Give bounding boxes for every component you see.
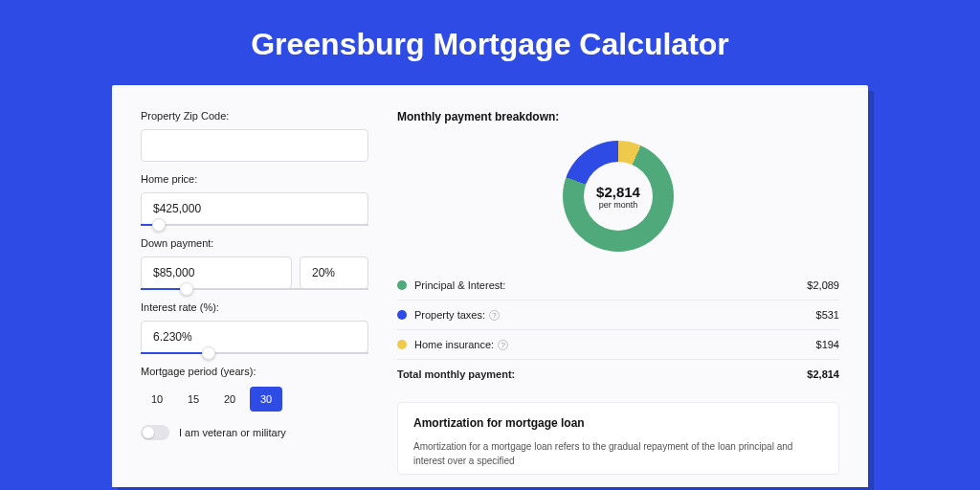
interest-slider-fill xyxy=(141,352,209,354)
interest-label: Interest rate (%): xyxy=(141,301,368,313)
legend-amount: $2,089 xyxy=(807,279,839,291)
veteran-toggle[interactable] xyxy=(141,425,169,440)
legend-amount: $194 xyxy=(816,339,839,350)
legend-total-label: Total monthly payment: xyxy=(397,368,807,380)
down-payment-field: Down payment: xyxy=(141,237,368,290)
inputs-column: Property Zip Code: Home price: Down paym… xyxy=(141,110,368,487)
legend-total-amount: $2,814 xyxy=(807,368,839,380)
zip-label: Property Zip Code: xyxy=(141,110,368,122)
legend-total-row: Total monthly payment:$2,814 xyxy=(397,359,839,389)
legend-row: Principal & Interest:$2,089 xyxy=(397,271,839,300)
amortization-title: Amortization for mortgage loan xyxy=(413,416,823,430)
home-price-field: Home price: xyxy=(141,173,368,226)
legend-label: Property taxes:? xyxy=(414,309,816,321)
period-btn-20[interactable]: 20 xyxy=(213,387,246,412)
period-btn-30[interactable]: 30 xyxy=(250,387,282,412)
help-icon[interactable]: ? xyxy=(498,340,508,350)
donut-chart-wrap: $2,814 per month xyxy=(397,129,839,263)
legend-label: Principal & Interest: xyxy=(414,279,807,291)
legend-label: Home insurance:? xyxy=(414,339,816,350)
amortization-card: Amortization for mortgage loan Amortizat… xyxy=(397,402,839,475)
page-title: Greensburg Mortgage Calculator xyxy=(0,0,980,85)
home-price-input[interactable] xyxy=(141,192,368,225)
home-price-slider-thumb[interactable] xyxy=(152,218,166,232)
home-price-slider[interactable] xyxy=(141,224,368,226)
veteran-label: I am veteran or military xyxy=(179,427,286,438)
legend-dot-icon xyxy=(397,340,407,349)
breakdown-column: Monthly payment breakdown: $2,814 per mo… xyxy=(397,110,839,487)
down-payment-input[interactable] xyxy=(141,256,292,289)
donut-value: $2,814 xyxy=(596,184,640,200)
interest-input[interactable] xyxy=(141,321,368,353)
legend-row: Home insurance:?$194 xyxy=(397,329,839,359)
legend-amount: $531 xyxy=(816,309,839,321)
legend: Principal & Interest:$2,089Property taxe… xyxy=(397,271,839,389)
legend-row: Property taxes:?$531 xyxy=(397,300,839,329)
zip-field: Property Zip Code: xyxy=(141,110,368,162)
period-options: 10152030 xyxy=(141,385,368,412)
down-payment-slider-thumb[interactable] xyxy=(180,282,193,296)
legend-dot-icon xyxy=(397,280,407,290)
interest-slider[interactable] xyxy=(141,352,368,354)
donut-chart: $2,814 per month xyxy=(563,141,674,252)
down-payment-label: Down payment: xyxy=(141,237,368,249)
home-price-label: Home price: xyxy=(141,173,368,185)
calculator-card: Property Zip Code: Home price: Down paym… xyxy=(112,85,868,487)
donut-sub: per month xyxy=(599,200,638,210)
period-field: Mortgage period (years): 10152030 xyxy=(141,366,368,412)
period-btn-15[interactable]: 15 xyxy=(177,387,210,412)
down-payment-slider[interactable] xyxy=(141,288,368,290)
legend-dot-icon xyxy=(397,310,407,320)
interest-field: Interest rate (%): xyxy=(141,301,368,354)
zip-input[interactable] xyxy=(141,129,368,162)
donut-center: $2,814 per month xyxy=(584,162,653,231)
period-btn-10[interactable]: 10 xyxy=(141,387,173,412)
period-label: Mortgage period (years): xyxy=(141,366,368,377)
amortization-body: Amortization for a mortgage loan refers … xyxy=(413,439,823,468)
veteran-row: I am veteran or military xyxy=(141,425,368,440)
interest-slider-thumb[interactable] xyxy=(202,346,215,360)
help-icon[interactable]: ? xyxy=(489,310,500,321)
down-payment-pct-input[interactable] xyxy=(300,256,368,289)
breakdown-title: Monthly payment breakdown: xyxy=(397,110,839,123)
